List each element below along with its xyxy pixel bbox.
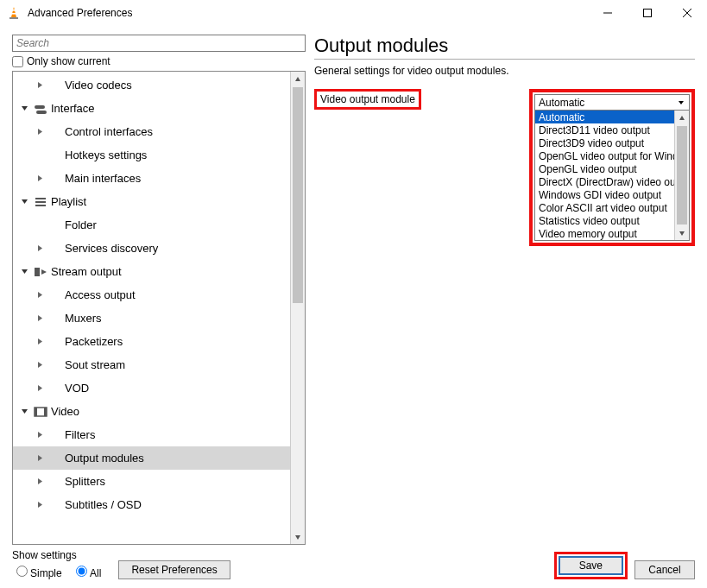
tree-twisty-icon[interactable] (32, 477, 47, 485)
dropdown-option[interactable]: Statistics video output (535, 214, 674, 227)
tree-twisty-icon[interactable] (32, 338, 47, 345)
show-settings-all-radio[interactable]: All (72, 567, 101, 579)
tree-twisty-icon[interactable] (32, 291, 47, 299)
scroll-down-icon[interactable] (291, 529, 305, 544)
tree-twisty-icon[interactable] (32, 431, 47, 439)
svg-rect-29 (35, 408, 37, 416)
dropdown-option[interactable]: Automatic (535, 111, 674, 123)
tree-item[interactable]: Splitters (13, 470, 290, 493)
tree-item[interactable]: Muxers (13, 307, 290, 330)
svg-rect-11 (36, 111, 47, 114)
svg-rect-2 (11, 13, 16, 15)
cancel-button[interactable]: Cancel (634, 560, 695, 579)
svg-marker-31 (38, 432, 42, 438)
svg-marker-22 (38, 292, 42, 298)
tree-item[interactable]: Services discovery (13, 237, 290, 260)
tree-item[interactable]: Control interfaces (13, 120, 290, 143)
save-button[interactable]: Save (559, 556, 623, 575)
reset-preferences-button[interactable]: Reset Preferences (118, 560, 230, 579)
page-subtitle: General settings for video output module… (314, 65, 695, 77)
dropdown-option[interactable]: OpenGL video output (535, 162, 674, 175)
tree-item-label: Muxers (63, 312, 102, 325)
tree-item-label: Playlist (49, 195, 86, 208)
tree-item[interactable]: VOD (13, 376, 290, 400)
tree-scrollbar[interactable] (290, 72, 305, 544)
svg-rect-5 (644, 9, 652, 17)
svg-marker-21 (41, 269, 47, 275)
dropdown-option[interactable]: Video memory output (535, 227, 674, 240)
maximize-button[interactable] (628, 0, 667, 26)
tree-item-label: Subtitles / OSD (63, 498, 142, 511)
svg-marker-32 (38, 455, 42, 461)
close-button[interactable] (667, 0, 707, 26)
svg-marker-34 (38, 502, 42, 508)
tree-item[interactable]: Folder (13, 213, 290, 237)
video-icon (32, 406, 49, 418)
tree-item[interactable]: Stream output (13, 260, 290, 283)
scroll-up-icon[interactable] (675, 111, 689, 125)
svg-marker-18 (38, 245, 42, 251)
tree-item[interactable]: Video (13, 400, 290, 423)
dropdown-option[interactable]: DirectX (DirectDraw) video output (535, 175, 674, 188)
dropdown-option[interactable]: Color ASCII art video output (535, 201, 674, 214)
svg-marker-38 (679, 116, 685, 120)
chevron-down-icon (675, 95, 687, 110)
minimize-button[interactable] (588, 0, 628, 26)
interface-icon (32, 103, 49, 115)
scroll-thumb[interactable] (293, 87, 303, 303)
tree-twisty-icon[interactable] (32, 128, 47, 136)
svg-marker-23 (38, 315, 42, 321)
tree-item[interactable]: Packetizers (13, 330, 290, 353)
tree-item-label: Output modules (63, 452, 144, 465)
tree-item[interactable]: Subtitles / OSD (13, 493, 290, 516)
tree-item[interactable]: Output modules (13, 446, 290, 470)
tree-item[interactable]: Main interfaces (13, 167, 290, 190)
dropdown-highlight: Automatic AutomaticDirect3D11 video outp… (529, 89, 695, 246)
tree-twisty-icon[interactable] (32, 244, 47, 252)
svg-marker-13 (38, 175, 42, 181)
video-output-module-label: Video output module (314, 89, 421, 110)
combo-value: Automatic (539, 97, 584, 109)
tree-item[interactable]: Sout stream (13, 353, 290, 376)
only-show-current-input[interactable] (12, 56, 23, 67)
svg-marker-12 (38, 129, 42, 135)
tree-item-label: Sout stream (63, 358, 125, 371)
tree-twisty-icon[interactable] (16, 198, 32, 205)
tree-twisty-icon[interactable] (32, 361, 47, 369)
search-input[interactable] (12, 35, 306, 52)
svg-marker-9 (22, 106, 28, 111)
svg-marker-33 (38, 478, 42, 484)
tree-item[interactable]: Playlist (13, 190, 290, 213)
tree-twisty-icon[interactable] (32, 314, 47, 322)
tree-twisty-icon[interactable] (32, 174, 47, 182)
tree-item[interactable]: Interface (13, 97, 290, 120)
show-settings-group: Show settings Simple All (12, 549, 108, 579)
video-output-module-combobox[interactable]: Automatic (534, 94, 690, 111)
tree-item[interactable]: Video codecs (13, 73, 290, 97)
tree-twisty-icon[interactable] (32, 384, 47, 392)
tree-item[interactable]: Access output (13, 283, 290, 307)
tree-twisty-icon[interactable] (16, 104, 32, 112)
scroll-up-icon[interactable] (291, 72, 305, 86)
dropdown-option[interactable]: Direct3D9 video output (535, 136, 674, 149)
dropdown-scrollbar[interactable] (674, 111, 689, 240)
tree-twisty-icon[interactable] (32, 81, 47, 89)
show-settings-simple-radio[interactable]: Simple (12, 567, 65, 579)
tree-item-label: Main interfaces (63, 172, 141, 185)
tree-twisty-icon[interactable] (16, 268, 32, 275)
tree-item[interactable]: Filters (13, 423, 290, 446)
window-title: Advanced Preferences (28, 7, 588, 19)
tree-twisty-icon[interactable] (16, 408, 32, 415)
tree-twisty-icon[interactable] (32, 454, 47, 462)
tree-twisty-icon[interactable] (32, 501, 47, 509)
tree-item[interactable]: Hotkeys settings (13, 143, 290, 167)
svg-rect-20 (35, 268, 40, 276)
dropdown-option[interactable]: Direct3D11 video output (535, 123, 674, 136)
svg-rect-1 (12, 9, 16, 11)
scroll-down-icon[interactable] (675, 225, 689, 240)
video-output-module-dropdown: AutomaticDirect3D11 video outputDirect3D… (534, 110, 690, 241)
scroll-thumb[interactable] (677, 126, 687, 224)
dropdown-option[interactable]: OpenGL video output for Windows (535, 149, 674, 162)
dropdown-option[interactable]: Windows GDI video output (535, 188, 674, 201)
only-show-current-checkbox[interactable]: Only show current (12, 55, 306, 67)
